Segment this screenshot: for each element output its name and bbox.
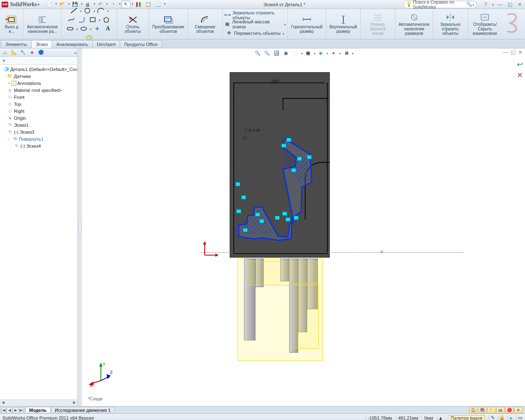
- redo-dropdown[interactable]: [119, 1, 121, 8]
- taskpane-home-icon[interactable]: 🏠: [469, 407, 477, 413]
- sketch-relation-icon[interactable]: [285, 217, 290, 221]
- sketch-relation-icon[interactable]: [275, 216, 280, 220]
- sketch-cancel-icon[interactable]: ✕: [515, 71, 524, 80]
- auto-dim2-button[interactable]: Автоматическое нанесение размеров: [398, 11, 431, 37]
- doc-restore-icon[interactable]: ◱: [511, 49, 516, 55]
- collapse-panel-icon[interactable]: »: [74, 50, 77, 55]
- rect-tool-icon[interactable]: [88, 16, 98, 24]
- status-view-palette[interactable]: Палитра видов: [448, 415, 485, 420]
- tree-root[interactable]: 🧊Деталь1 (Default<<Default>_Сос: [0, 66, 78, 73]
- scene-dd[interactable]: [339, 50, 341, 55]
- rebuild-icon[interactable]: [134, 1, 143, 8]
- mirror-entities-button[interactable]: ⟷Зеркально отразить объекты: [224, 11, 286, 20]
- search-icon[interactable]: 🔍: [466, 2, 472, 7]
- tab-sketch[interactable]: Эскиз: [31, 40, 52, 48]
- view-orientation-dd[interactable]: [301, 50, 303, 55]
- tab-features[interactable]: Элементы: [1, 40, 32, 48]
- sketch-relation-icon[interactable]: [291, 168, 296, 172]
- configuration-tab-icon[interactable]: 🔧: [19, 49, 27, 56]
- maximize-button[interactable]: ◱: [506, 2, 514, 7]
- print-dropdown[interactable]: [93, 1, 95, 8]
- display-style-icon[interactable]: ▦: [304, 49, 312, 57]
- menu-chevron-icon[interactable]: ▸: [38, 2, 40, 7]
- select-dropdown[interactable]: [131, 1, 133, 8]
- sketch-relation-icon[interactable]: [294, 216, 299, 220]
- slot-tool-icon[interactable]: [65, 25, 75, 33]
- tree-nav-left-icon[interactable]: ◀: [0, 400, 6, 406]
- tab-first-icon[interactable]: |◀: [0, 407, 6, 413]
- select-icon[interactable]: ↖: [121, 1, 130, 8]
- tree-revolve[interactable]: −⟲Повернуть1: [0, 135, 78, 142]
- tree-origin[interactable]: ↳Origin: [0, 114, 78, 121]
- new-dropdown[interactable]: [55, 1, 57, 8]
- mirror2-button[interactable]: Зеркально отразить объекты: [436, 11, 465, 37]
- sketch-relation-icon[interactable]: [282, 212, 287, 216]
- close-button[interactable]: ✕: [516, 2, 523, 7]
- redo-icon[interactable]: ↷: [109, 1, 118, 8]
- sketch-relation-icon[interactable]: [259, 219, 264, 223]
- arc-dropdown[interactable]: [107, 8, 109, 13]
- ellipse-dropdown[interactable]: [89, 26, 91, 31]
- sketch-relation-icon[interactable]: [281, 144, 286, 148]
- section-view-icon[interactable]: ▣: [282, 49, 290, 57]
- minimize-button[interactable]: —: [496, 2, 504, 7]
- slot-dropdown[interactable]: [76, 26, 78, 31]
- properties-icon[interactable]: 📃: [154, 1, 163, 8]
- status-lock-icon[interactable]: 🔒: [498, 415, 505, 420]
- line-dropdown[interactable]: [80, 8, 82, 13]
- exit-sketch-button[interactable]: Выхо д и...: [2, 14, 21, 34]
- dimxpert-tab-icon[interactable]: ◈: [28, 49, 36, 56]
- sketch-relation-icon[interactable]: [241, 195, 246, 199]
- options-icon[interactable]: 📋: [144, 1, 153, 8]
- tree-front-plane[interactable]: ◇Front: [0, 94, 78, 100]
- sketch-relation-icon[interactable]: [235, 182, 240, 186]
- hide-show-icon[interactable]: ◉: [317, 49, 325, 57]
- spline-tool-icon[interactable]: [66, 16, 76, 24]
- sketch-relation-icon[interactable]: [243, 228, 248, 232]
- prev-view-icon[interactable]: 🔙: [272, 49, 281, 57]
- polygon-tool-icon[interactable]: [101, 16, 111, 24]
- tree-sketch4[interactable]: ✎(-) Эскиз4: [0, 142, 78, 149]
- new-icon[interactable]: 📄: [45, 1, 54, 8]
- circle-tool-icon[interactable]: [82, 7, 92, 15]
- view-orientation-icon[interactable]: ⬚: [291, 49, 299, 57]
- feature-tree-tab-icon[interactable]: 🗂: [1, 49, 9, 56]
- ellipse-tool-icon[interactable]: [79, 25, 89, 33]
- tree-material[interactable]: ≡Material <not specified>: [0, 87, 78, 94]
- view-settings-dd[interactable]: [352, 50, 354, 55]
- show-hide-relations-button[interactable]: Отобразить/Скрыть взаимосвязи: [470, 11, 500, 37]
- doc-minimize-icon[interactable]: —: [503, 49, 508, 55]
- move-entities-button[interactable]: ✥Переместить объекты: [226, 29, 284, 38]
- smart-dimension-button[interactable]: Автоматическое нанесение ра...: [26, 14, 59, 34]
- tree-top-plane[interactable]: ◇Top: [0, 100, 78, 107]
- convert-button[interactable]: Преобразование объектов: [151, 14, 185, 34]
- reference-triad[interactable]: Y X Z: [89, 362, 114, 386]
- tab-model[interactable]: Модель: [25, 407, 50, 413]
- offset-button[interactable]: Смещение объектов: [190, 14, 219, 34]
- taskpane-views-icon[interactable]: 🗂: [496, 407, 504, 413]
- fillet-tool-icon[interactable]: [77, 16, 87, 24]
- zoom-area-icon[interactable]: 🔍: [263, 49, 271, 57]
- horizontal-dim-button[interactable]: Горизонтальный размер: [290, 14, 323, 34]
- property-manager-tab-icon[interactable]: 📐: [10, 49, 18, 56]
- tab-last-icon[interactable]: ▶|: [19, 407, 25, 413]
- save-dropdown[interactable]: [80, 1, 82, 8]
- graphics-viewport[interactable]: 🔍 🔍 🔙 ▣ ⬚ ▦ ◉ ● 🖥 — ◱ ✕ ↩ ✕ 240° 7 11 6 …: [82, 48, 525, 406]
- tree-sensors[interactable]: 📁Датчики: [0, 73, 78, 80]
- trim-button[interactable]: Отсечь объекты: [119, 14, 146, 34]
- sketch-relation-icon[interactable]: [286, 138, 291, 142]
- tab-motion-study[interactable]: Исследование движения 1: [51, 407, 114, 413]
- display-tab-icon[interactable]: 🔵: [37, 49, 45, 56]
- tab-office[interactable]: Продукты Office: [120, 40, 162, 48]
- linear-pattern-button[interactable]: ▦Линейный массив эскиза: [224, 20, 286, 29]
- zoom-fit-icon[interactable]: 🔍: [253, 49, 262, 57]
- sketch-confirm-icon[interactable]: ↩: [515, 60, 524, 69]
- view-settings-icon[interactable]: 🖥: [342, 49, 350, 57]
- tree-annotations[interactable]: +AAnnotations: [0, 80, 78, 87]
- help-button[interactable]: ?: [482, 2, 489, 7]
- vertical-dim-button[interactable]: Вертикальный размер: [329, 14, 358, 34]
- taskpane-explorer-icon[interactable]: 📁: [487, 407, 495, 413]
- tab-next-icon[interactable]: ▶: [13, 407, 18, 413]
- tree-sketch3[interactable]: ✎(-) Эскиз3: [0, 128, 78, 135]
- status-rebuild-icon[interactable]: ●: [507, 415, 514, 420]
